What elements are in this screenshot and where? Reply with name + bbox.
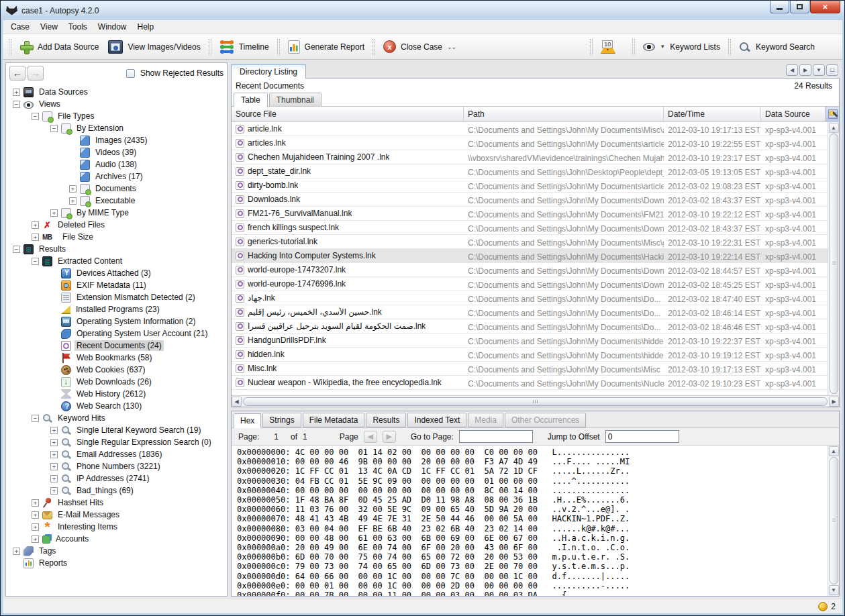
expand-icon[interactable]: + [13, 548, 20, 555]
timeline-button[interactable]: Timeline [215, 38, 274, 56]
tree-item[interactable]: Archives (17) [7, 170, 227, 183]
expand-icon[interactable]: + [50, 439, 58, 446]
scroll-tabs-right-button[interactable]: ▶ [799, 64, 811, 76]
forward-button[interactable]: → [28, 66, 44, 81]
column-header-datetime[interactable]: Date/Time [664, 107, 761, 121]
tree-item[interactable]: +*Interesting Items [7, 521, 227, 533]
column-header-source-file[interactable]: Source File [232, 107, 464, 121]
title-bar[interactable]: case1 - Autopsy 4.2.0 ✕ [1, 1, 844, 20]
warnings-button[interactable]: 10 [596, 38, 629, 56]
tree-item[interactable]: +Executable [7, 195, 227, 207]
expand-icon[interactable]: + [50, 463, 58, 470]
tree-item[interactable]: Web Cookies (637) [7, 364, 227, 376]
tree-item[interactable]: EXIF Metadata (11) [7, 279, 227, 291]
tree-item[interactable]: +Phone Numbers (3221) [7, 460, 227, 472]
maximize-panel-button[interactable]: ☐ [826, 64, 838, 76]
tab-thumbnail[interactable]: Thumbnail [269, 93, 321, 106]
hex-scroll-down-icon[interactable]: ▼ [829, 585, 839, 595]
tree-item[interactable]: Web Search (130) [7, 400, 227, 412]
generate-report-button[interactable]: Generate Report [283, 38, 369, 56]
table-hscroll-thumb[interactable] [243, 397, 828, 406]
tree-item[interactable]: −File Types [7, 110, 227, 122]
keyword-lists-button[interactable]: ▼ Keyword Lists [638, 40, 725, 54]
table-row[interactable]: dept_state_dir.lnkC:\Documents and Setti… [232, 164, 839, 178]
tree-item[interactable]: −Keyword Hits [7, 412, 227, 424]
tree-item[interactable]: +IP Addresses (2741) [7, 472, 227, 484]
collapse-icon[interactable]: − [13, 246, 20, 253]
tree-item[interactable]: +By MIME Type [7, 207, 227, 219]
hex-vertical-scrollbar[interactable]: ▲ ▼ [828, 446, 839, 596]
expand-icon[interactable]: + [32, 234, 39, 241]
keyword-search-button[interactable]: Keyword Search [734, 38, 819, 56]
tab-hex[interactable]: Hex [234, 413, 261, 428]
collapse-icon[interactable]: − [50, 125, 58, 132]
menu-item-window[interactable]: Window [93, 20, 132, 34]
scroll-right-icon[interactable]: ▶ [829, 397, 839, 407]
expand-icon[interactable]: + [32, 499, 39, 507]
tree-item[interactable]: Extension Mismatch Detected (2) [7, 291, 227, 303]
maximize-button[interactable] [790, 1, 809, 13]
tree-item[interactable]: +Email Addresses (1836) [7, 448, 227, 460]
tree-item[interactable]: Installed Programs (23) [7, 303, 227, 315]
table-row[interactable]: Hacking Into Computer Systems.lnkC:\Docu… [232, 249, 839, 263]
tree-item[interactable]: +✗Deleted Files [7, 219, 227, 231]
tab-file-metadata[interactable]: File Metadata [303, 413, 365, 427]
next-page-button[interactable]: ▶ [383, 431, 396, 443]
expand-icon[interactable]: + [50, 487, 58, 495]
table-row[interactable]: articles.lnkC:\Documents and Settings\Jo… [232, 136, 839, 150]
table-row[interactable]: hidden.lnkC:\Documents and Settings\John… [232, 348, 839, 362]
table-row[interactable]: Chechen Mujahideen Training 2007 .lnk\\v… [232, 150, 839, 164]
tree-item[interactable]: −Views [7, 98, 227, 110]
expand-icon[interactable]: + [13, 89, 20, 96]
table-row[interactable]: Downloads.lnkC:\Documents and Settings\J… [232, 193, 839, 207]
table-row[interactable]: dirty-bomb.lnkC:\Documents and Settings\… [232, 178, 839, 193]
close-button[interactable]: ✕ [810, 1, 840, 13]
collapse-icon[interactable]: − [13, 101, 20, 108]
column-header-data-source[interactable]: Data Source [761, 107, 826, 121]
view-images-videos-button[interactable]: View Images/Videos [103, 38, 205, 56]
tree-item[interactable]: Operating System Information (2) [7, 315, 227, 327]
table-row[interactable]: world-europe-17476996.lnkC:\Documents an… [232, 277, 839, 291]
tree-item[interactable]: Web History (2612) [7, 388, 227, 400]
scroll-up-icon[interactable]: ▲ [829, 123, 839, 133]
table-row[interactable]: FM21-76_SurvivalManual.lnkC:\Documents a… [232, 207, 839, 221]
tree-item[interactable]: Web Downloads (26) [7, 376, 227, 388]
show-rejected-checkbox[interactable] [126, 69, 135, 78]
expand-icon[interactable]: + [50, 427, 58, 434]
expand-icon[interactable]: + [32, 535, 39, 543]
tree-item[interactable]: −Extracted Content [7, 255, 227, 267]
back-button[interactable]: ← [9, 66, 26, 81]
table-row[interactable]: HandgunDrillsPDF.lnkC:\Documents and Set… [232, 333, 839, 348]
tab-indexed-text[interactable]: Indexed Text [407, 413, 466, 427]
expand-icon[interactable]: + [50, 475, 58, 482]
tab-table[interactable]: Table [234, 93, 268, 107]
previous-page-button[interactable]: ◀ [364, 431, 377, 443]
collapse-icon[interactable]: − [32, 258, 39, 265]
tree-item[interactable]: Reports [7, 557, 227, 569]
table-row[interactable]: world-europe-17473207.lnkC:\Documents an… [232, 263, 839, 277]
menu-item-view[interactable]: View [35, 20, 63, 34]
table-row[interactable]: Nuclear weapon - Wikipedia, the free enc… [232, 376, 839, 390]
jump-offset-input[interactable] [605, 430, 679, 443]
table-horizontal-scrollbar[interactable]: ◀ ▶ [232, 395, 839, 407]
menu-item-tools[interactable]: Tools [63, 20, 93, 34]
close-case-button[interactable]: x Close Case ⌄⌄ [379, 38, 460, 56]
tab-results[interactable]: Results [366, 413, 406, 427]
goto-page-input[interactable] [459, 430, 533, 443]
tab-list-button[interactable]: ▼ [813, 64, 825, 76]
collapse-icon[interactable]: − [32, 415, 39, 422]
tree-item[interactable]: +E-Mail Messages [7, 509, 227, 521]
menu-item-help[interactable]: Help [132, 20, 160, 34]
expand-icon[interactable]: + [69, 197, 77, 205]
tree-item[interactable]: +Bad_things (69) [7, 484, 227, 497]
notification-ball-icon[interactable] [818, 602, 828, 611]
expand-icon[interactable]: + [32, 523, 39, 531]
tree-item[interactable]: −By Extension [7, 122, 227, 134]
tree-item[interactable]: +Single Regular Expression Search (0) [7, 436, 227, 448]
tree-item[interactable]: Videos (39) [7, 146, 227, 158]
tree-item[interactable]: +Hashset Hits [7, 497, 227, 509]
tree-item[interactable]: Operating System User Account (21) [7, 327, 227, 340]
tree-item[interactable]: +Single Literal Keyword Search (19) [7, 424, 227, 436]
hex-scroll-thumb[interactable] [830, 457, 838, 584]
tree-item[interactable]: Web Bookmarks (58) [7, 352, 227, 364]
